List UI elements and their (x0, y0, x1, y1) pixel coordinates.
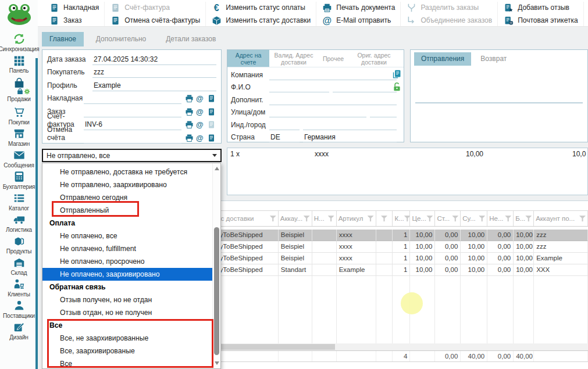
sidebar-item-warehouse[interactable]: Склад (0, 255, 38, 277)
column-header-qty[interactable]: К... (393, 211, 410, 226)
filter-icon[interactable] (505, 216, 511, 221)
tab-valid-shipping-address[interactable]: Валид. Адрес доставки (269, 50, 318, 67)
order-date-field[interactable]: 27.04.2025 14:30:32 (92, 55, 216, 65)
column-header-sum[interactable]: Су... (461, 211, 487, 226)
printer-icon[interactable] (185, 108, 194, 117)
dropdown-option[interactable]: Не оплачено, все (42, 230, 213, 242)
tab-returns[interactable]: Возврат (473, 52, 514, 66)
filter-icon[interactable] (426, 216, 433, 221)
vertical-scrollbar[interactable] (212, 163, 220, 368)
table-row[interactable]: ReadyToBeShippedBeispielxxxx110,000,0010… (201, 253, 588, 264)
column-header-price[interactable]: Це... (410, 211, 435, 226)
document-icon[interactable] (207, 134, 216, 143)
filter-icon[interactable] (525, 216, 532, 221)
scrollbar-thumb[interactable] (214, 227, 219, 355)
column-header-sku[interactable]: Артикул (337, 211, 376, 226)
printer-icon[interactable] (185, 134, 194, 143)
column-header-n[interactable]: Н... (312, 211, 337, 226)
email-icon[interactable]: @ (196, 108, 205, 117)
tab-original-shipping-address[interactable]: Ориг. адрес доставки (348, 50, 400, 67)
filter-icon[interactable] (304, 216, 310, 221)
tab-order-details[interactable]: Детали заказов (158, 32, 223, 46)
email-icon[interactable]: @ (196, 94, 205, 103)
cancel-invoice-button[interactable]: Отмена счёта-фактуры (110, 15, 200, 26)
sidebar-item-sales[interactable]: Продажи (0, 74, 38, 105)
filter-icon[interactable] (381, 216, 387, 221)
change-shipping-status-button[interactable]: Изменить статус доставки (211, 15, 311, 26)
filter-icon[interactable] (579, 216, 586, 221)
street-field[interactable] (269, 108, 366, 117)
sidebar-item-store[interactable]: Магазин (0, 126, 38, 148)
add-review-button[interactable]: Добавить отзыв (503, 2, 578, 13)
last-name-field[interactable] (333, 83, 397, 92)
document-icon[interactable] (207, 108, 216, 117)
postal-label-button[interactable]: Почтовая этикетка (503, 15, 578, 26)
additional-field[interactable] (269, 96, 397, 105)
column-header-st[interactable]: Ст... (435, 211, 461, 226)
printer-icon[interactable] (185, 120, 194, 130)
horizontal-scrollbar[interactable] (201, 343, 588, 350)
scroll-down-icon[interactable] (215, 361, 219, 365)
buyer-field[interactable]: zzz (92, 68, 216, 78)
sidebar-item-messages[interactable]: Сообщения (0, 148, 38, 169)
dropdown-option[interactable]: Не оплачено, fulfillment (42, 242, 213, 255)
email-icon[interactable]: @ (196, 134, 205, 143)
zip-field[interactable] (269, 121, 300, 130)
tab-billing-address[interactable]: Адрес на счете (227, 50, 269, 67)
order-button[interactable]: Заказ (49, 15, 99, 26)
company-field[interactable] (269, 71, 397, 80)
filter-icon[interactable] (270, 216, 276, 221)
sidebar-item-clients[interactable]: Клиенты (0, 277, 38, 298)
sidebar-item-sync[interactable]: Синхронизация (0, 31, 38, 53)
sidebar-item-design[interactable]: Дизайн (0, 320, 38, 341)
column-header-ne[interactable]: Не... (487, 211, 514, 226)
change-payment-status-button[interactable]: € Изменить статус оплаты (211, 2, 311, 13)
column-header-b[interactable]: Б... (514, 211, 534, 226)
table-row[interactable]: ReadyToBeShippedStandartExample110,000,0… (201, 264, 588, 276)
dropdown-option[interactable]: Отправлено сегодня (42, 191, 213, 204)
sidebar-item-catalog[interactable]: Каталог (0, 191, 38, 212)
scrollbar-thumb[interactable] (201, 344, 335, 350)
dropdown-option[interactable]: Все, заархивированые (42, 345, 213, 357)
order-item-row[interactable]: 1 x xxxx 10,00 10,0 (227, 148, 587, 160)
tab-additional[interactable]: Дополнительно (88, 32, 154, 46)
status-filter-combobox[interactable]: Не отправлено, все (42, 149, 222, 162)
printer-icon[interactable] (185, 94, 194, 103)
house-number-field[interactable] (370, 108, 397, 117)
city-field[interactable] (303, 121, 397, 130)
profile-field[interactable]: Example (92, 81, 216, 91)
sidebar-item-suppliers[interactable]: Поставщики (0, 298, 38, 320)
country-name-field[interactable]: Германия (303, 133, 397, 142)
invoice-number-field[interactable]: INV-6 (84, 120, 181, 130)
document-icon[interactable] (207, 94, 216, 103)
tab-other[interactable]: Прочее (318, 50, 348, 67)
dropdown-option[interactable]: Не отправлено, доставка не требуется (42, 166, 213, 178)
first-name-field[interactable] (269, 83, 329, 92)
dropdown-option[interactable]: Не отправлено, заархивировано (42, 178, 213, 191)
send-email-button[interactable]: @ E-Mail отправить (322, 15, 395, 26)
filter-icon[interactable] (479, 216, 485, 221)
column-header-account[interactable]: Аккау... (279, 211, 312, 226)
tab-main[interactable]: Главное (42, 32, 84, 46)
scroll-up-icon[interactable] (215, 167, 219, 170)
country-code-field[interactable]: DE (269, 133, 300, 142)
filter-icon[interactable] (452, 216, 458, 221)
dropdown-option[interactable]: Не оплачено, просрочено (42, 255, 213, 268)
sidebar-item-dashboard[interactable]: Панель (0, 53, 38, 74)
filter-icon[interactable] (368, 216, 374, 221)
email-icon[interactable]: @ (196, 120, 205, 130)
copy-address-icon[interactable] (392, 69, 402, 79)
dropdown-option[interactable]: Все (42, 357, 213, 369)
delivery-note-field[interactable] (84, 94, 181, 104)
filter-icon[interactable] (404, 216, 411, 221)
sidebar-item-accounting[interactable]: Бухгалтерия (0, 169, 38, 191)
dropdown-option[interactable]: Отзыв получен, но не отдан (42, 293, 213, 306)
sidebar-item-logistics[interactable]: Логистика (0, 212, 38, 234)
dropdown-option[interactable]: Все, не заархивированные (42, 332, 213, 345)
dropdown-option[interactable]: Отправленный (42, 204, 213, 217)
column-header-account-po[interactable]: Аккаунт по... (534, 211, 588, 226)
sidebar-item-products[interactable]: Продукты (0, 234, 38, 255)
print-document-button[interactable]: Печать документа (322, 2, 395, 13)
invoice-cancel-field[interactable] (84, 134, 181, 144)
delivery-note-button[interactable]: Накладная (49, 2, 99, 13)
